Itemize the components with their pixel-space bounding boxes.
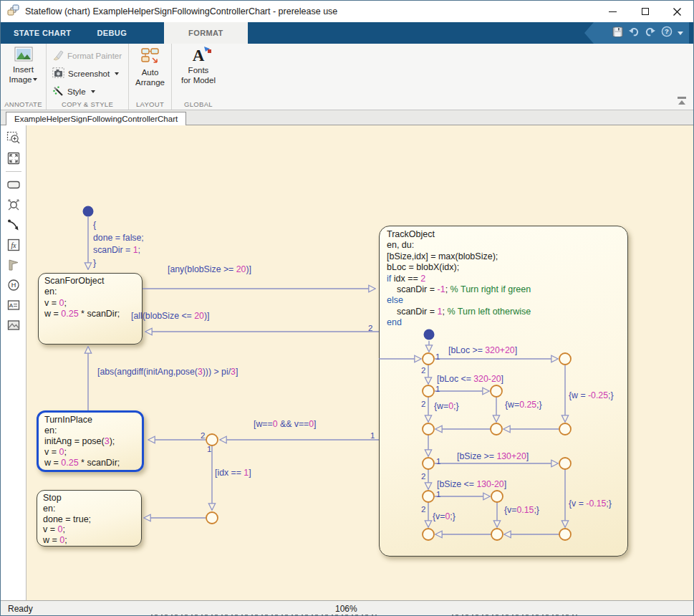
branch-number: 1 bbox=[436, 457, 440, 466]
style-label: Style bbox=[67, 87, 86, 96]
fit-to-view-tool[interactable] bbox=[1, 148, 26, 168]
redo-icon[interactable] bbox=[645, 27, 656, 40]
state-trackobject-code: TrackObjecten, du:[bSize,idx] = max(blob… bbox=[380, 226, 627, 329]
fonts-for-model-icon: A bbox=[193, 47, 205, 65]
transition-label-w0[interactable]: {w=0;} bbox=[434, 401, 459, 411]
zoom-level: 106% bbox=[335, 604, 357, 614]
svg-text:H: H bbox=[11, 281, 16, 289]
transition-label-bsize1[interactable]: [bSize >= 130+20] bbox=[457, 451, 529, 461]
simulink-function-tool[interactable] bbox=[1, 255, 26, 275]
fonts-label-1: Fonts bbox=[188, 65, 209, 75]
stateflow-chart-icon bbox=[7, 4, 19, 19]
chart-canvas[interactable]: ScanForObjecten:v = 0;w = 0.25 * scanDir… bbox=[26, 125, 693, 600]
tab-format[interactable]: FORMAT bbox=[164, 22, 248, 44]
image-tool[interactable] bbox=[1, 315, 26, 335]
transition-label-angdiff[interactable]: [abs(angdiff(initAng,pose(3))) > pi/3] bbox=[97, 367, 238, 377]
transition-label-v15[interactable]: {v=0.15;} bbox=[504, 505, 539, 515]
titlebar: Stateflow (chart) ExampleHelperSignFollo… bbox=[1, 1, 693, 22]
branch-number: 1 bbox=[436, 490, 440, 499]
transition-label-v0[interactable]: {v=0;} bbox=[433, 511, 456, 521]
branch-number: 2 bbox=[421, 505, 425, 514]
document-tab-bar: ExampleHelperSignFollowingControllerChar… bbox=[1, 110, 693, 125]
junction-tool[interactable] bbox=[1, 195, 26, 215]
insert-image-label-1: Insert bbox=[13, 64, 34, 74]
state-turninplace-code: TurnInPlaceen:initAng = pose(3);v = 0;w … bbox=[39, 413, 142, 468]
dropdown-arrow-icon bbox=[91, 90, 95, 93]
tab-state-chart[interactable]: STATE CHART bbox=[1, 22, 84, 44]
document-tab[interactable]: ExampleHelperSignFollowingControllerChar… bbox=[6, 112, 186, 125]
fonts-label-2: for Model bbox=[181, 75, 216, 85]
minimize-button[interactable] bbox=[597, 1, 629, 22]
tool-palette: fx H A bbox=[1, 125, 26, 600]
status-text: Ready bbox=[8, 604, 33, 614]
transition-label-bloc2[interactable]: [bLoc <= 320-20] bbox=[437, 374, 503, 384]
group-caption-copy-style: COPY & STYLE bbox=[47, 100, 128, 108]
transition-label-wneg[interactable]: {w = -0.25;} bbox=[569, 390, 614, 400]
maximize-button[interactable] bbox=[629, 1, 661, 22]
state-scanforobject-code: ScanForObjecten:v = 0;w = 0.25 * scanDir… bbox=[39, 274, 142, 320]
state-tool[interactable] bbox=[1, 175, 26, 195]
branch-number: 2 bbox=[368, 324, 372, 332]
transition-label-bsize2[interactable]: [bSize <= 130-20] bbox=[437, 479, 506, 489]
transition-label-vneg[interactable]: {v = -0.15;} bbox=[569, 499, 612, 509]
insert-image-button[interactable]: Insert Image bbox=[1, 47, 46, 85]
ribbon: Insert Image ANNOTATE Format Painter bbox=[1, 44, 693, 110]
group-caption-global: GLOBAL bbox=[172, 100, 225, 108]
tab-debug[interactable]: DEBUG bbox=[84, 22, 140, 44]
branch-number: 1 bbox=[435, 352, 440, 361]
ribbon-tab-strip: STATE CHART DEBUG FORMAT bbox=[1, 22, 693, 44]
close-button[interactable] bbox=[661, 1, 693, 22]
transition-tool[interactable] bbox=[1, 215, 26, 235]
palette-divider bbox=[6, 171, 21, 172]
undo-icon[interactable] bbox=[628, 27, 640, 40]
style-icon bbox=[52, 85, 64, 98]
branch-number: 1 bbox=[207, 445, 211, 453]
state-stop[interactable]: Stopen:done = true;v = 0;w = 0; bbox=[37, 490, 142, 547]
fonts-for-model-button[interactable]: A Fonts for Model bbox=[172, 47, 225, 85]
junction[interactable] bbox=[206, 434, 218, 446]
dropdown-arrow-icon bbox=[33, 78, 37, 81]
style-button[interactable]: Style bbox=[47, 82, 128, 100]
transition-label-idx[interactable]: [idx == 1] bbox=[215, 468, 251, 478]
auto-arrange-label-2: Arrange bbox=[135, 77, 165, 87]
screenshot-label: Screenshot bbox=[68, 69, 110, 78]
group-caption-layout: LAYOUT bbox=[129, 100, 171, 108]
transition-label-wv[interactable]: [w==0 && v==0] bbox=[254, 419, 317, 429]
state-turninplace[interactable]: TurnInPlaceen:initAng = pose(3);v = 0;w … bbox=[37, 410, 144, 472]
transition-label-w25[interactable]: {w=0.25;} bbox=[505, 400, 542, 410]
collapse-ribbon-button[interactable] bbox=[676, 97, 688, 106]
format-painter-icon bbox=[52, 49, 64, 62]
window-title: Stateflow (chart) ExampleHelperSignFollo… bbox=[25, 6, 337, 16]
status-bar: Ready 106% bbox=[1, 600, 693, 616]
svg-text:?: ? bbox=[665, 27, 669, 35]
transition-label-init[interactable]: {done = false;scanDir = 1;} bbox=[93, 219, 144, 269]
zoom-select-tool[interactable] bbox=[1, 128, 26, 148]
help-icon[interactable]: ? bbox=[661, 26, 673, 40]
branch-number: 2 bbox=[421, 472, 425, 481]
format-painter-button[interactable]: Format Painter bbox=[47, 47, 128, 64]
function-tool[interactable]: fx bbox=[1, 235, 26, 255]
insert-image-icon bbox=[14, 47, 33, 64]
default-transition-dot[interactable] bbox=[83, 206, 94, 217]
stateflow-editor-window: Stateflow (chart) ExampleHelperSignFollo… bbox=[0, 0, 694, 616]
transition-label-any[interactable]: [any(blobSize >= 20)] bbox=[168, 264, 251, 274]
transition-label-bloc1[interactable]: [bLoc >= 320+20] bbox=[448, 345, 517, 355]
save-icon[interactable] bbox=[612, 27, 623, 40]
history-junction-tool[interactable]: H bbox=[1, 275, 26, 295]
transition-label-all[interactable]: [all(blobSize <= 20)] bbox=[131, 311, 209, 321]
svg-text:A: A bbox=[9, 302, 14, 309]
insert-image-label-2: Image bbox=[9, 74, 32, 85]
group-caption-annotate: ANNOTATE bbox=[1, 100, 46, 108]
branch-number: 2 bbox=[421, 400, 425, 408]
auto-arrange-button[interactable]: Auto Arrange bbox=[129, 47, 171, 87]
branch-number: 2 bbox=[201, 431, 205, 440]
dropdown-arrow-icon bbox=[115, 72, 119, 75]
annotation-tool[interactable]: A bbox=[1, 295, 26, 315]
junction[interactable] bbox=[206, 512, 218, 524]
quick-access-more-icon[interactable] bbox=[678, 32, 683, 35]
state-scanforobject[interactable]: ScanForObjecten:v = 0;w = 0.25 * scanDir… bbox=[38, 273, 143, 345]
svg-text:fx: fx bbox=[11, 242, 17, 249]
screenshot-button[interactable]: Screenshot bbox=[47, 64, 128, 82]
state-stop-code: Stopen:done = true;v = 0;w = 0; bbox=[37, 491, 141, 546]
quick-access-toolbar: ? bbox=[584, 22, 689, 44]
